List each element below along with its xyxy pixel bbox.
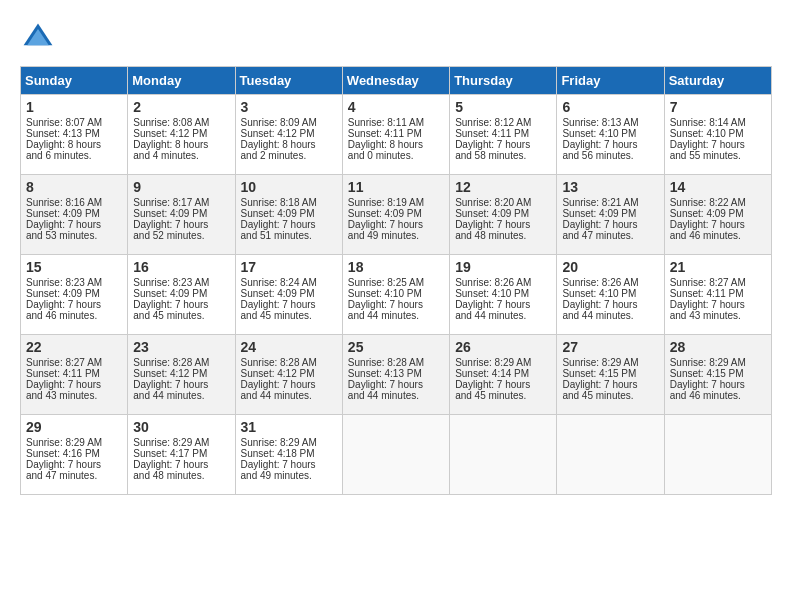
day-number: 28 [670, 339, 766, 355]
calendar-cell: 15Sunrise: 8:23 AMSunset: 4:09 PMDayligh… [21, 255, 128, 335]
day-info-line: and 43 minutes. [26, 390, 122, 401]
day-info-line: Sunrise: 8:29 AM [133, 437, 229, 448]
day-number: 1 [26, 99, 122, 115]
day-info-line: Sunrise: 8:28 AM [241, 357, 337, 368]
day-info-line: Daylight: 7 hours [241, 379, 337, 390]
day-number: 26 [455, 339, 551, 355]
day-info-line: Daylight: 7 hours [455, 219, 551, 230]
day-info-line: and 55 minutes. [670, 150, 766, 161]
calendar-week-row: 8Sunrise: 8:16 AMSunset: 4:09 PMDaylight… [21, 175, 772, 255]
day-info-line: and 47 minutes. [26, 470, 122, 481]
day-info-line: Sunrise: 8:29 AM [455, 357, 551, 368]
calendar-week-row: 29Sunrise: 8:29 AMSunset: 4:16 PMDayligh… [21, 415, 772, 495]
day-number: 8 [26, 179, 122, 195]
day-info-line: Daylight: 8 hours [133, 139, 229, 150]
day-number: 9 [133, 179, 229, 195]
day-number: 10 [241, 179, 337, 195]
day-number: 23 [133, 339, 229, 355]
day-info-line: Sunset: 4:09 PM [670, 208, 766, 219]
weekday-header: Friday [557, 67, 664, 95]
day-number: 20 [562, 259, 658, 275]
day-info-line: Daylight: 7 hours [562, 379, 658, 390]
day-info-line: Sunset: 4:11 PM [455, 128, 551, 139]
calendar-cell: 16Sunrise: 8:23 AMSunset: 4:09 PMDayligh… [128, 255, 235, 335]
calendar-cell: 19Sunrise: 8:26 AMSunset: 4:10 PMDayligh… [450, 255, 557, 335]
day-info-line: Sunrise: 8:16 AM [26, 197, 122, 208]
logo-icon [20, 20, 56, 56]
calendar-cell: 18Sunrise: 8:25 AMSunset: 4:10 PMDayligh… [342, 255, 449, 335]
calendar-cell: 26Sunrise: 8:29 AMSunset: 4:14 PMDayligh… [450, 335, 557, 415]
day-info-line: Sunrise: 8:28 AM [348, 357, 444, 368]
day-info-line: Daylight: 7 hours [26, 379, 122, 390]
day-info-line: Daylight: 7 hours [133, 379, 229, 390]
day-info-line: Sunset: 4:12 PM [241, 128, 337, 139]
day-info-line: Sunset: 4:11 PM [26, 368, 122, 379]
day-number: 7 [670, 99, 766, 115]
day-info-line: Sunrise: 8:23 AM [26, 277, 122, 288]
day-info-line: and 56 minutes. [562, 150, 658, 161]
day-info-line: Sunrise: 8:25 AM [348, 277, 444, 288]
day-info-line: and 51 minutes. [241, 230, 337, 241]
day-info-line: Daylight: 7 hours [670, 379, 766, 390]
day-info-line: and 44 minutes. [455, 310, 551, 321]
day-info-line: and 48 minutes. [455, 230, 551, 241]
day-number: 6 [562, 99, 658, 115]
weekday-header: Sunday [21, 67, 128, 95]
calendar-cell: 13Sunrise: 8:21 AMSunset: 4:09 PMDayligh… [557, 175, 664, 255]
day-info-line: Sunrise: 8:13 AM [562, 117, 658, 128]
day-info-line: and 45 minutes. [241, 310, 337, 321]
day-info-line: Daylight: 7 hours [562, 299, 658, 310]
day-info-line: Sunrise: 8:21 AM [562, 197, 658, 208]
calendar-cell: 2Sunrise: 8:08 AMSunset: 4:12 PMDaylight… [128, 95, 235, 175]
calendar-cell: 23Sunrise: 8:28 AMSunset: 4:12 PMDayligh… [128, 335, 235, 415]
day-info-line: Daylight: 7 hours [241, 219, 337, 230]
calendar-cell: 12Sunrise: 8:20 AMSunset: 4:09 PMDayligh… [450, 175, 557, 255]
calendar-cell: 8Sunrise: 8:16 AMSunset: 4:09 PMDaylight… [21, 175, 128, 255]
day-info-line: Sunset: 4:09 PM [241, 288, 337, 299]
day-info-line: Sunset: 4:11 PM [348, 128, 444, 139]
day-info-line: Daylight: 7 hours [562, 219, 658, 230]
day-info-line: Daylight: 7 hours [26, 299, 122, 310]
day-info-line: Sunset: 4:12 PM [133, 128, 229, 139]
day-number: 13 [562, 179, 658, 195]
day-info-line: and 53 minutes. [26, 230, 122, 241]
day-number: 19 [455, 259, 551, 275]
day-info-line: and 45 minutes. [562, 390, 658, 401]
calendar-cell [342, 415, 449, 495]
calendar-cell: 9Sunrise: 8:17 AMSunset: 4:09 PMDaylight… [128, 175, 235, 255]
day-info-line: Sunset: 4:09 PM [241, 208, 337, 219]
day-info-line: Sunrise: 8:29 AM [670, 357, 766, 368]
day-info-line: Daylight: 7 hours [348, 219, 444, 230]
weekday-header: Tuesday [235, 67, 342, 95]
day-info-line: Daylight: 7 hours [455, 139, 551, 150]
day-info-line: Daylight: 7 hours [26, 459, 122, 470]
day-number: 14 [670, 179, 766, 195]
day-number: 31 [241, 419, 337, 435]
calendar-cell: 27Sunrise: 8:29 AMSunset: 4:15 PMDayligh… [557, 335, 664, 415]
calendar-week-row: 22Sunrise: 8:27 AMSunset: 4:11 PMDayligh… [21, 335, 772, 415]
day-number: 24 [241, 339, 337, 355]
day-info-line: Daylight: 7 hours [562, 139, 658, 150]
day-info-line: Sunset: 4:10 PM [562, 128, 658, 139]
calendar-cell: 11Sunrise: 8:19 AMSunset: 4:09 PMDayligh… [342, 175, 449, 255]
calendar-body: 1Sunrise: 8:07 AMSunset: 4:13 PMDaylight… [21, 95, 772, 495]
calendar-cell: 24Sunrise: 8:28 AMSunset: 4:12 PMDayligh… [235, 335, 342, 415]
day-info-line: and 0 minutes. [348, 150, 444, 161]
day-info-line: Sunset: 4:15 PM [562, 368, 658, 379]
day-number: 29 [26, 419, 122, 435]
day-info-line: Sunset: 4:10 PM [562, 288, 658, 299]
day-info-line: Sunset: 4:09 PM [133, 208, 229, 219]
calendar-cell: 31Sunrise: 8:29 AMSunset: 4:18 PMDayligh… [235, 415, 342, 495]
day-number: 12 [455, 179, 551, 195]
day-info-line: and 47 minutes. [562, 230, 658, 241]
day-info-line: and 45 minutes. [455, 390, 551, 401]
day-info-line: and 44 minutes. [348, 310, 444, 321]
day-info-line: Sunrise: 8:22 AM [670, 197, 766, 208]
day-info-line: Sunrise: 8:20 AM [455, 197, 551, 208]
day-info-line: Daylight: 7 hours [133, 219, 229, 230]
day-info-line: Daylight: 7 hours [348, 299, 444, 310]
logo [20, 20, 60, 56]
calendar-header-row: SundayMondayTuesdayWednesdayThursdayFrid… [21, 67, 772, 95]
weekday-header: Monday [128, 67, 235, 95]
day-number: 15 [26, 259, 122, 275]
